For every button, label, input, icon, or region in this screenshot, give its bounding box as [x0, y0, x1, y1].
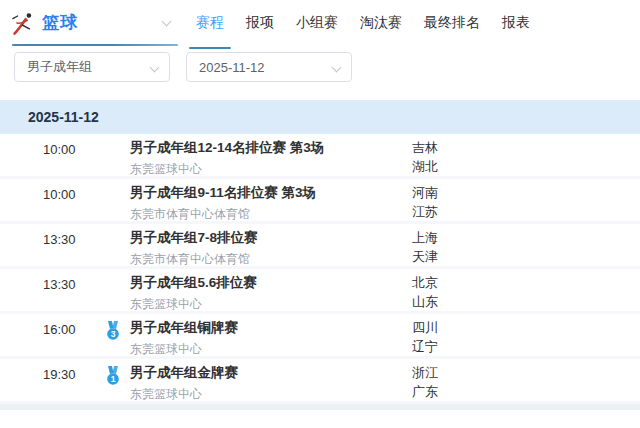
- sport-label: 篮球: [42, 13, 78, 32]
- match-venue: 东莞篮球中心: [130, 296, 257, 313]
- team-name: 北京: [412, 273, 438, 292]
- match-teams: 四川 辽宁: [412, 318, 438, 356]
- team-name: 山东: [412, 292, 438, 311]
- schedule-row[interactable]: 13:30 男子成年组5.6排位赛 东莞篮球中心 北京 山东: [0, 269, 640, 314]
- match-title: 男子成年组7-8排位赛: [130, 229, 258, 247]
- match-info: 男子成年组铜牌赛 东莞篮球中心: [130, 319, 238, 358]
- date-select[interactable]: 2025-11-12: [186, 52, 352, 82]
- match-title: 男子成年组12-14名排位赛 第3场: [130, 139, 324, 157]
- schedule-row[interactable]: 16:00 3 男子成年组铜牌赛 东莞篮球中心 四川 辽宁: [0, 314, 640, 359]
- tab-reports[interactable]: 报表: [502, 14, 530, 32]
- chevron-down-icon: [162, 17, 172, 27]
- tab-schedule[interactable]: 赛程: [196, 14, 224, 32]
- match-info: 男子成年组12-14名排位赛 第3场 东莞篮球中心: [130, 139, 324, 178]
- team-name: 江苏: [412, 202, 438, 221]
- date-header-bar: 2025-11-12: [0, 100, 640, 134]
- medal-3-icon: 3: [104, 321, 122, 341]
- tab-group-stage[interactable]: 小组赛: [296, 14, 338, 32]
- match-info: 男子成年组金牌赛 东莞篮球中心: [130, 364, 238, 403]
- schedule-row[interactable]: 19:30 1 男子成年组金牌赛 东莞篮球中心 浙江 广东: [0, 359, 640, 404]
- match-info: 男子成年组9-11名排位赛 第3场 东莞市体育中心体育馆: [130, 184, 316, 223]
- chevron-down-icon: [150, 63, 160, 73]
- chevron-down-icon: [332, 63, 342, 73]
- team-name: 辽宁: [412, 337, 438, 356]
- match-title: 男子成年组5.6排位赛: [130, 274, 257, 292]
- match-teams: 浙江 广东: [412, 363, 438, 401]
- team-name: 湖北: [412, 157, 438, 176]
- team-name: 浙江: [412, 363, 438, 382]
- medal-1-icon: 1: [104, 366, 122, 386]
- match-venue: 东莞篮球中心: [130, 341, 238, 358]
- match-teams: 吉林 湖北: [412, 138, 438, 176]
- match-teams: 上海 天津: [412, 228, 438, 266]
- date-header-label: 2025-11-12: [28, 109, 99, 125]
- tab-knockout[interactable]: 淘汰赛: [360, 14, 402, 32]
- schedule-row[interactable]: 13:30 男子成年组7-8排位赛 东莞市体育中心体育馆 上海 天津: [0, 224, 640, 269]
- bottom-divider: [0, 404, 640, 410]
- match-info: 男子成年组7-8排位赛 东莞市体育中心体育馆: [130, 229, 258, 268]
- match-venue: 东莞篮球中心: [130, 161, 324, 178]
- match-venue: 东莞市体育中心体育馆: [130, 251, 258, 268]
- filters-bar: 男子成年组 2025-11-12: [0, 50, 640, 92]
- schedule-row[interactable]: 10:00 男子成年组12-14名排位赛 第3场 东莞篮球中心 吉林 湖北: [0, 134, 640, 179]
- match-venue: 东莞篮球中心: [130, 386, 238, 403]
- match-time: 13:30: [43, 232, 76, 247]
- tab-entries[interactable]: 报项: [246, 14, 274, 32]
- match-teams: 北京 山东: [412, 273, 438, 311]
- match-time: 10:00: [43, 142, 76, 157]
- match-title: 男子成年组铜牌赛: [130, 319, 238, 337]
- match-title: 男子成年组9-11名排位赛 第3场: [130, 184, 316, 202]
- match-time: 16:00: [43, 322, 76, 337]
- match-info: 男子成年组5.6排位赛 东莞篮球中心: [130, 274, 257, 313]
- match-teams: 河南 江苏: [412, 183, 438, 221]
- schedule-row[interactable]: 10:00 男子成年组9-11名排位赛 第3场 东莞市体育中心体育馆 河南 江苏: [0, 179, 640, 224]
- date-select-value: 2025-11-12: [199, 60, 265, 75]
- team-name: 上海: [412, 228, 438, 247]
- team-name: 天津: [412, 247, 438, 266]
- app-root: 篮球 赛程报项小组赛淘汰赛最终排名报表 男子成年组 2025-11-12 202…: [0, 0, 640, 428]
- match-time: 13:30: [43, 277, 76, 292]
- top-header: 篮球 赛程报项小组赛淘汰赛最终排名报表: [0, 0, 640, 50]
- svg-text:3: 3: [111, 329, 116, 339]
- schedule-list: 10:00 男子成年组12-14名排位赛 第3场 东莞篮球中心 吉林 湖北 10…: [0, 134, 640, 404]
- match-time: 10:00: [43, 187, 76, 202]
- group-select[interactable]: 男子成年组: [14, 52, 170, 82]
- team-name: 广东: [412, 382, 438, 401]
- group-select-value: 男子成年组: [27, 58, 92, 76]
- match-time: 19:30: [43, 367, 76, 382]
- sport-dropdown[interactable]: 篮球: [42, 11, 178, 37]
- team-name: 四川: [412, 318, 438, 337]
- team-name: 吉林: [412, 138, 438, 157]
- tabs-nav: 赛程报项小组赛淘汰赛最终排名报表: [196, 14, 530, 32]
- match-venue: 东莞市体育中心体育馆: [130, 206, 316, 223]
- match-title: 男子成年组金牌赛: [130, 364, 238, 382]
- tab-final-ranking[interactable]: 最终排名: [424, 14, 480, 32]
- sport-dropdown-underline: [12, 44, 178, 46]
- svg-text:1: 1: [111, 374, 116, 384]
- sport-pictogram-icon: [8, 9, 38, 39]
- team-name: 河南: [412, 183, 438, 202]
